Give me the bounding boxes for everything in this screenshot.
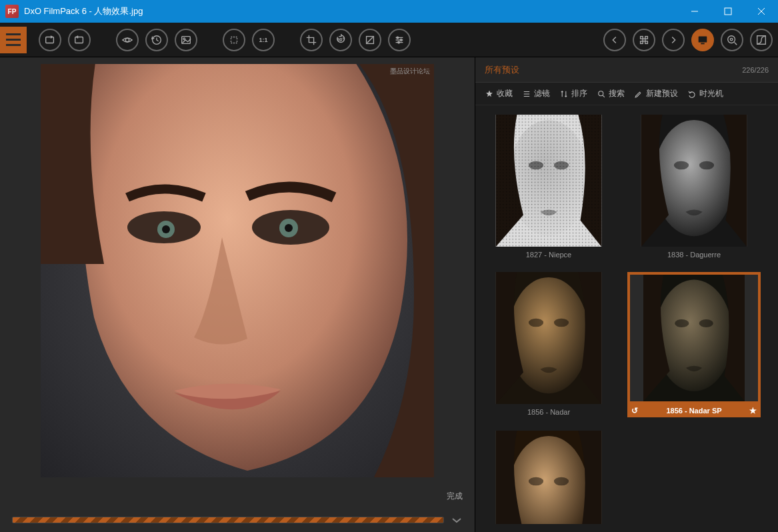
reset-icon[interactable]: ↺ [631, 406, 638, 415]
preset-name: 1856 - Nadar SP [666, 407, 721, 415]
preset-item[interactable]: 1838 - Daguerre [627, 115, 761, 259]
svg-point-34 [162, 225, 170, 233]
preset-thumbnail [495, 272, 602, 404]
preset-item[interactable]: 1856 - Nadar [482, 272, 615, 417]
progress-row [0, 508, 475, 532]
svg-point-65 [675, 319, 689, 327]
svg-rect-5 [75, 37, 83, 43]
arrow-right-icon [667, 34, 679, 46]
next-button[interactable] [662, 29, 685, 51]
grid-button[interactable] [633, 29, 655, 51]
menu-button[interactable] [0, 27, 27, 53]
frame-slant-icon [364, 34, 376, 46]
snapshot-button[interactable] [175, 29, 197, 51]
presets-view-button[interactable] [691, 29, 714, 51]
svg-rect-23 [645, 41, 648, 43]
portrait-image [41, 64, 434, 477]
preview-button[interactable] [116, 29, 139, 51]
arrow-left-icon [609, 34, 621, 46]
curve-view-button[interactable] [750, 29, 773, 51]
preset-name: 1827 - Niepce [526, 251, 572, 259]
svg-rect-48 [496, 115, 601, 247]
main-area: 墨品设计论坛 完成 所有预设 226/226 收藏滤镜排序搜索新建预设时光机 1… [0, 57, 778, 532]
svg-point-53 [674, 161, 689, 170]
svg-point-60 [554, 319, 569, 327]
search-icon [597, 89, 606, 99]
rotate-button[interactable]: 90° [329, 29, 352, 51]
sub-search-label: 搜索 [609, 88, 625, 99]
zoom-1to1-button[interactable]: 1:1 [252, 29, 275, 51]
history-button[interactable] [145, 29, 168, 51]
edit-icon [634, 89, 643, 99]
prev-button[interactable] [603, 29, 626, 51]
sub-filter[interactable]: 滤镜 [522, 88, 550, 99]
svg-point-52 [654, 120, 734, 236]
status-label: 完成 [447, 491, 463, 502]
sliders-icon [393, 34, 405, 46]
svg-rect-25 [701, 43, 704, 44]
preset-item[interactable]: 1827 - Niepce [482, 115, 615, 259]
monitor-icon [697, 34, 709, 46]
svg-point-59 [529, 319, 543, 327]
preset-label-bar: ↺1856 - Nadar SP★ [627, 404, 761, 417]
clock-arrow-icon [151, 34, 163, 46]
preset-grid[interactable]: 1827 - Niepce1838 - Daguerre1856 - Nadar… [475, 105, 778, 532]
zoom-1to1-label: 1:1 [259, 37, 267, 43]
sub-sort[interactable]: 排序 [559, 88, 587, 99]
sub-new-preset[interactable]: 新建预设 [634, 88, 678, 99]
panel-header: 所有预设 226/226 [475, 57, 778, 83]
preset-thumbnail [627, 272, 761, 404]
preset-name: 1838 - Daguerre [667, 251, 721, 259]
fit-icon [228, 34, 240, 46]
preset-item[interactable]: ↺1856 - Nadar SP★ [627, 272, 761, 417]
window-title: DxO FilmPack 6 - 人物效果.jpg [24, 5, 678, 17]
straighten-button[interactable] [359, 29, 381, 51]
close-button[interactable] [745, 0, 778, 23]
minimize-button[interactable] [678, 0, 711, 23]
crop-icon [305, 34, 317, 46]
search-view-button[interactable] [721, 29, 743, 51]
fit-button[interactable] [223, 29, 245, 51]
toolbar: 1:190° [0, 23, 778, 57]
viewer-pane: 墨品设计论坛 完成 [0, 57, 475, 532]
progress-toggle-icon[interactable] [451, 514, 463, 526]
svg-line-12 [367, 37, 373, 43]
favorite-icon[interactable]: ★ [749, 406, 757, 415]
sub-time-machine[interactable]: 时光机 [687, 88, 723, 99]
panel-count: 226/226 [742, 66, 769, 74]
svg-rect-4 [46, 37, 54, 43]
preset-item[interactable] [482, 431, 615, 524]
sub-favorites[interactable]: 收藏 [485, 88, 513, 99]
open-button[interactable] [39, 29, 61, 51]
loupe-eye-icon [726, 34, 738, 46]
sort-icon [559, 89, 569, 99]
adjust-button[interactable] [388, 29, 411, 51]
preset-thumbnail [495, 431, 602, 524]
sub-sort-label: 排序 [571, 88, 587, 99]
svg-point-28 [730, 38, 733, 41]
eye-icon [121, 34, 133, 46]
svg-point-64 [655, 280, 733, 391]
svg-point-58 [509, 277, 589, 393]
undo-icon [687, 89, 697, 99]
sub-time-machine-label: 时光机 [699, 88, 723, 99]
image-out-icon [73, 34, 85, 46]
svg-point-6 [125, 38, 129, 41]
svg-point-36 [285, 224, 293, 232]
sub-search[interactable]: 搜索 [597, 88, 625, 99]
canvas[interactable]: 墨品设计论坛 [0, 57, 475, 484]
titlebar: FP DxO FilmPack 6 - 人物效果.jpg [0, 0, 778, 23]
svg-point-9 [183, 37, 185, 39]
maximize-button[interactable] [711, 0, 745, 23]
panel-subheader: 收藏滤镜排序搜索新建预设时光机 [475, 83, 778, 105]
export-button[interactable] [68, 29, 91, 51]
preset-thumbnail [641, 115, 747, 247]
panel-title[interactable]: 所有预设 [485, 64, 519, 76]
watermark-text: 墨品设计论坛 [390, 67, 430, 76]
app-logo: FP [5, 5, 19, 18]
svg-point-54 [699, 161, 714, 170]
crop-button[interactable] [300, 29, 323, 51]
image-point-icon [180, 34, 192, 46]
image-in-icon [44, 34, 56, 46]
svg-rect-10 [231, 37, 237, 43]
